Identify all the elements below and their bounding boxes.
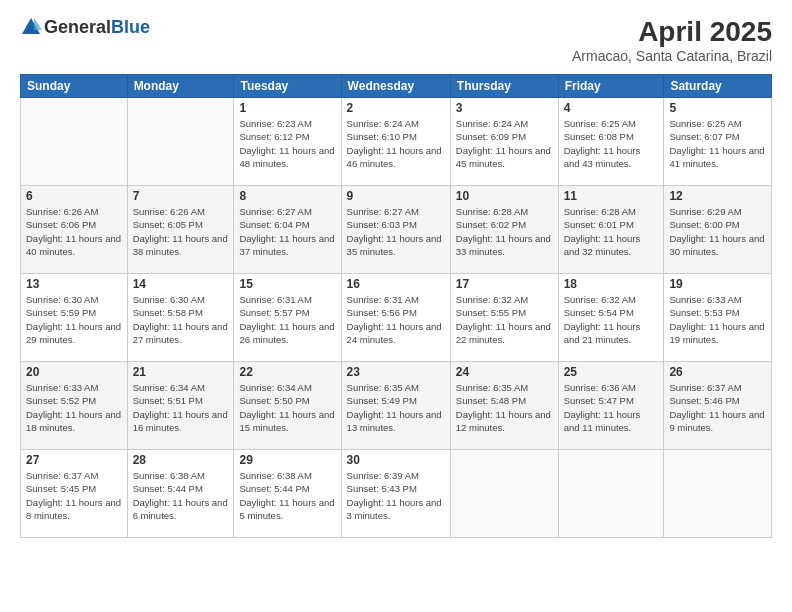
calendar-week-row: 1Sunrise: 6:23 AM Sunset: 6:12 PM Daylig… <box>21 98 772 186</box>
table-row: 6Sunrise: 6:26 AM Sunset: 6:06 PM Daylig… <box>21 186 128 274</box>
logo-blue: Blue <box>111 17 150 38</box>
table-row: 29Sunrise: 6:38 AM Sunset: 5:44 PM Dayli… <box>234 450 341 538</box>
day-info: Sunrise: 6:31 AM Sunset: 5:56 PM Dayligh… <box>347 293 445 346</box>
day-number: 8 <box>239 189 335 203</box>
day-number: 9 <box>347 189 445 203</box>
day-info: Sunrise: 6:23 AM Sunset: 6:12 PM Dayligh… <box>239 117 335 170</box>
calendar-week-row: 20Sunrise: 6:33 AM Sunset: 5:52 PM Dayli… <box>21 362 772 450</box>
day-info: Sunrise: 6:37 AM Sunset: 5:45 PM Dayligh… <box>26 469 122 522</box>
day-info: Sunrise: 6:26 AM Sunset: 6:06 PM Dayligh… <box>26 205 122 258</box>
day-number: 27 <box>26 453 122 467</box>
table-row: 16Sunrise: 6:31 AM Sunset: 5:56 PM Dayli… <box>341 274 450 362</box>
header: GeneralBlue April 2025 Armacao, Santa Ca… <box>20 16 772 64</box>
day-info: Sunrise: 6:38 AM Sunset: 5:44 PM Dayligh… <box>133 469 229 522</box>
day-number: 2 <box>347 101 445 115</box>
day-info: Sunrise: 6:30 AM Sunset: 5:59 PM Dayligh… <box>26 293 122 346</box>
day-number: 28 <box>133 453 229 467</box>
day-number: 16 <box>347 277 445 291</box>
col-friday: Friday <box>558 75 664 98</box>
day-info: Sunrise: 6:36 AM Sunset: 5:47 PM Dayligh… <box>564 381 659 434</box>
day-info: Sunrise: 6:34 AM Sunset: 5:51 PM Dayligh… <box>133 381 229 434</box>
svg-marker-1 <box>34 18 42 30</box>
table-row: 22Sunrise: 6:34 AM Sunset: 5:50 PM Dayli… <box>234 362 341 450</box>
location: Armacao, Santa Catarina, Brazil <box>572 48 772 64</box>
day-info: Sunrise: 6:37 AM Sunset: 5:46 PM Dayligh… <box>669 381 766 434</box>
day-number: 29 <box>239 453 335 467</box>
day-number: 4 <box>564 101 659 115</box>
day-info: Sunrise: 6:28 AM Sunset: 6:02 PM Dayligh… <box>456 205 553 258</box>
day-number: 26 <box>669 365 766 379</box>
table-row: 2Sunrise: 6:24 AM Sunset: 6:10 PM Daylig… <box>341 98 450 186</box>
table-row: 20Sunrise: 6:33 AM Sunset: 5:52 PM Dayli… <box>21 362 128 450</box>
col-monday: Monday <box>127 75 234 98</box>
table-row: 10Sunrise: 6:28 AM Sunset: 6:02 PM Dayli… <box>450 186 558 274</box>
month-year: April 2025 <box>572 16 772 48</box>
day-info: Sunrise: 6:26 AM Sunset: 6:05 PM Dayligh… <box>133 205 229 258</box>
col-thursday: Thursday <box>450 75 558 98</box>
day-number: 20 <box>26 365 122 379</box>
day-info: Sunrise: 6:27 AM Sunset: 6:04 PM Dayligh… <box>239 205 335 258</box>
table-row: 27Sunrise: 6:37 AM Sunset: 5:45 PM Dayli… <box>21 450 128 538</box>
day-info: Sunrise: 6:28 AM Sunset: 6:01 PM Dayligh… <box>564 205 659 258</box>
day-number: 3 <box>456 101 553 115</box>
day-info: Sunrise: 6:25 AM Sunset: 6:07 PM Dayligh… <box>669 117 766 170</box>
table-row: 9Sunrise: 6:27 AM Sunset: 6:03 PM Daylig… <box>341 186 450 274</box>
day-number: 7 <box>133 189 229 203</box>
day-number: 1 <box>239 101 335 115</box>
table-row <box>558 450 664 538</box>
calendar: Sunday Monday Tuesday Wednesday Thursday… <box>20 74 772 538</box>
day-number: 14 <box>133 277 229 291</box>
table-row: 24Sunrise: 6:35 AM Sunset: 5:48 PM Dayli… <box>450 362 558 450</box>
day-info: Sunrise: 6:34 AM Sunset: 5:50 PM Dayligh… <box>239 381 335 434</box>
col-saturday: Saturday <box>664 75 772 98</box>
day-number: 24 <box>456 365 553 379</box>
table-row: 14Sunrise: 6:30 AM Sunset: 5:58 PM Dayli… <box>127 274 234 362</box>
table-row: 7Sunrise: 6:26 AM Sunset: 6:05 PM Daylig… <box>127 186 234 274</box>
calendar-week-row: 6Sunrise: 6:26 AM Sunset: 6:06 PM Daylig… <box>21 186 772 274</box>
table-row: 8Sunrise: 6:27 AM Sunset: 6:04 PM Daylig… <box>234 186 341 274</box>
table-row: 3Sunrise: 6:24 AM Sunset: 6:09 PM Daylig… <box>450 98 558 186</box>
day-number: 10 <box>456 189 553 203</box>
day-info: Sunrise: 6:24 AM Sunset: 6:09 PM Dayligh… <box>456 117 553 170</box>
day-number: 11 <box>564 189 659 203</box>
logo: GeneralBlue <box>20 16 150 38</box>
table-row: 11Sunrise: 6:28 AM Sunset: 6:01 PM Dayli… <box>558 186 664 274</box>
col-wednesday: Wednesday <box>341 75 450 98</box>
day-number: 30 <box>347 453 445 467</box>
table-row: 17Sunrise: 6:32 AM Sunset: 5:55 PM Dayli… <box>450 274 558 362</box>
title-block: April 2025 Armacao, Santa Catarina, Braz… <box>572 16 772 64</box>
day-number: 22 <box>239 365 335 379</box>
day-info: Sunrise: 6:33 AM Sunset: 5:53 PM Dayligh… <box>669 293 766 346</box>
calendar-week-row: 27Sunrise: 6:37 AM Sunset: 5:45 PM Dayli… <box>21 450 772 538</box>
table-row: 12Sunrise: 6:29 AM Sunset: 6:00 PM Dayli… <box>664 186 772 274</box>
day-number: 12 <box>669 189 766 203</box>
col-tuesday: Tuesday <box>234 75 341 98</box>
logo-general: General <box>44 17 111 38</box>
table-row: 4Sunrise: 6:25 AM Sunset: 6:08 PM Daylig… <box>558 98 664 186</box>
table-row: 21Sunrise: 6:34 AM Sunset: 5:51 PM Dayli… <box>127 362 234 450</box>
table-row <box>21 98 128 186</box>
table-row <box>127 98 234 186</box>
day-info: Sunrise: 6:39 AM Sunset: 5:43 PM Dayligh… <box>347 469 445 522</box>
table-row: 5Sunrise: 6:25 AM Sunset: 6:07 PM Daylig… <box>664 98 772 186</box>
day-number: 21 <box>133 365 229 379</box>
day-info: Sunrise: 6:29 AM Sunset: 6:00 PM Dayligh… <box>669 205 766 258</box>
day-info: Sunrise: 6:27 AM Sunset: 6:03 PM Dayligh… <box>347 205 445 258</box>
table-row <box>664 450 772 538</box>
table-row: 15Sunrise: 6:31 AM Sunset: 5:57 PM Dayli… <box>234 274 341 362</box>
logo-icon <box>20 16 42 38</box>
day-info: Sunrise: 6:30 AM Sunset: 5:58 PM Dayligh… <box>133 293 229 346</box>
day-number: 23 <box>347 365 445 379</box>
day-info: Sunrise: 6:25 AM Sunset: 6:08 PM Dayligh… <box>564 117 659 170</box>
table-row: 25Sunrise: 6:36 AM Sunset: 5:47 PM Dayli… <box>558 362 664 450</box>
day-number: 25 <box>564 365 659 379</box>
table-row: 1Sunrise: 6:23 AM Sunset: 6:12 PM Daylig… <box>234 98 341 186</box>
table-row: 23Sunrise: 6:35 AM Sunset: 5:49 PM Dayli… <box>341 362 450 450</box>
day-number: 19 <box>669 277 766 291</box>
table-row: 30Sunrise: 6:39 AM Sunset: 5:43 PM Dayli… <box>341 450 450 538</box>
day-info: Sunrise: 6:35 AM Sunset: 5:49 PM Dayligh… <box>347 381 445 434</box>
day-number: 6 <box>26 189 122 203</box>
day-info: Sunrise: 6:31 AM Sunset: 5:57 PM Dayligh… <box>239 293 335 346</box>
table-row: 28Sunrise: 6:38 AM Sunset: 5:44 PM Dayli… <box>127 450 234 538</box>
calendar-week-row: 13Sunrise: 6:30 AM Sunset: 5:59 PM Dayli… <box>21 274 772 362</box>
